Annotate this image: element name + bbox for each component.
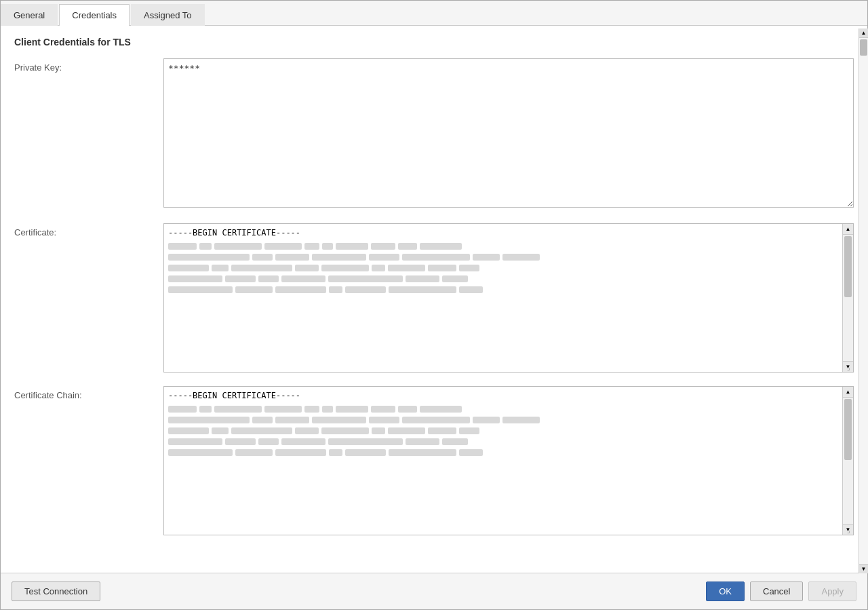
tab-assigned-to[interactable]: Assigned To <box>131 4 205 26</box>
redacted-chunk <box>388 427 425 434</box>
certificate-content[interactable]: -----BEGIN CERTIFICATE----- <box>164 224 842 372</box>
cert-chain-scroll-up-arrow[interactable]: ▲ <box>843 387 853 398</box>
redacted-chunk <box>321 265 369 271</box>
redacted-chunk <box>275 286 326 293</box>
redacted-chunk <box>428 265 456 271</box>
redacted-chunk <box>428 427 456 434</box>
footer-left: Test Connection <box>12 582 100 601</box>
redacted-chunk <box>212 427 229 434</box>
redacted-chunk <box>372 265 385 271</box>
certificate-chain-resize-handle[interactable]: ⌟ <box>844 525 853 535</box>
redacted-chunk <box>168 243 197 250</box>
test-connection-button[interactable]: Test Connection <box>12 582 100 601</box>
redacted-row-3 <box>168 265 838 271</box>
redacted-chunk <box>258 275 279 282</box>
redacted-chunk <box>371 406 395 413</box>
redacted-chunk <box>420 243 462 250</box>
cert-header: -----BEGIN CERTIFICATE----- <box>168 228 838 237</box>
redacted-chunk <box>459 427 479 434</box>
redacted-chunk <box>502 417 540 423</box>
redacted-chunk <box>369 417 399 423</box>
redacted-chunk <box>398 406 417 413</box>
cert-scroll-up-arrow[interactable]: ▲ <box>843 224 853 235</box>
redacted-chunk <box>168 286 233 293</box>
redacted-chunk <box>304 243 319 250</box>
redacted-chunk <box>398 243 417 250</box>
redacted-chunk <box>168 417 250 423</box>
certificate-chain-redacted <box>168 403 838 459</box>
redacted-chunk <box>345 449 386 456</box>
redacted-chunk <box>168 254 250 261</box>
ok-button[interactable]: OK <box>706 582 745 601</box>
redacted-chunk <box>322 243 333 250</box>
redacted-chunk <box>328 438 403 445</box>
redacted-chunk <box>168 438 222 445</box>
redacted-chunk <box>275 254 309 261</box>
redacted-chain-row-2 <box>168 417 838 423</box>
redacted-chunk <box>406 438 439 445</box>
redacted-chunk <box>336 243 368 250</box>
redacted-chunk <box>275 449 326 456</box>
redacted-chunk <box>372 427 385 434</box>
certificate-row: Certificate: -----BEGIN CERTIFICATE----- <box>14 223 854 373</box>
redacted-row-2 <box>168 254 838 261</box>
redacted-chunk <box>264 406 302 413</box>
certificate-label: Certificate: <box>14 223 163 237</box>
redacted-chunk <box>235 286 273 293</box>
redacted-chunk <box>473 254 500 261</box>
tab-general[interactable]: General <box>1 4 58 26</box>
private-key-textarea[interactable]: ****** <box>163 58 854 208</box>
redacted-chunk <box>388 265 425 271</box>
certificate-chain-field: -----BEGIN CERTIFICATE----- <box>163 386 854 535</box>
private-key-row: Private Key: ****** <box>14 58 854 210</box>
private-key-field: ****** <box>163 58 854 210</box>
redacted-chunk <box>473 417 500 423</box>
redacted-chunk <box>369 254 399 261</box>
certificate-scrollbar: ▲ ▼ <box>842 224 853 372</box>
redacted-chunk <box>312 417 366 423</box>
dialog-scrollbar: ▲ ▼ <box>859 28 868 573</box>
certificate-chain-content[interactable]: -----BEGIN CERTIFICATE----- <box>164 387 842 535</box>
certificate-wrapper: -----BEGIN CERTIFICATE----- <box>163 223 854 373</box>
cert-scroll-thumb[interactable] <box>844 236 852 297</box>
redacted-chunk <box>459 265 479 271</box>
redacted-chunk <box>295 427 319 434</box>
certificate-resize-handle[interactable]: ⌟ <box>844 362 853 372</box>
dialog-scroll-up[interactable]: ▲ <box>859 28 868 38</box>
redacted-chunk <box>295 265 319 271</box>
redacted-chunk <box>442 275 468 282</box>
redacted-chunk <box>258 438 279 445</box>
redacted-chunk <box>225 275 256 282</box>
redacted-chunk <box>336 406 368 413</box>
tab-bar: General Credentials Assigned To <box>1 1 867 26</box>
redacted-chunk <box>402 254 470 261</box>
redacted-chunk <box>199 243 212 250</box>
footer-right: OK Cancel Apply <box>706 582 856 601</box>
cancel-button[interactable]: Cancel <box>750 582 803 601</box>
cert-chain-header: -----BEGIN CERTIFICATE----- <box>168 391 838 400</box>
redacted-chunk <box>329 449 342 456</box>
redacted-chunk <box>345 286 386 293</box>
redacted-chunk <box>329 286 342 293</box>
redacted-chunk <box>235 449 273 456</box>
dialog-scroll-down[interactable]: ▼ <box>859 564 868 573</box>
main-content: Client Credentials for TLS Private Key: … <box>1 26 867 573</box>
redacted-row-5 <box>168 286 838 293</box>
redacted-chunk <box>459 286 483 293</box>
footer: Test Connection OK Cancel Apply <box>1 573 867 609</box>
redacted-chunk <box>252 254 273 261</box>
redacted-chunk <box>442 438 468 445</box>
redacted-chunk <box>199 406 212 413</box>
redacted-chunk <box>459 449 483 456</box>
redacted-chunk <box>402 417 470 423</box>
redacted-chunk <box>389 449 456 456</box>
dialog-scroll-thumb[interactable] <box>860 39 867 56</box>
certificate-redacted <box>168 240 838 296</box>
cert-chain-scroll-thumb[interactable] <box>844 399 852 460</box>
certificate-chain-scrollbar: ▲ ▼ <box>842 387 853 535</box>
certificate-field: -----BEGIN CERTIFICATE----- <box>163 223 854 373</box>
tab-credentials[interactable]: Credentials <box>59 4 130 26</box>
apply-button[interactable]: Apply <box>808 582 856 601</box>
redacted-row-4 <box>168 275 838 282</box>
certificate-chain-row: Certificate Chain: -----BEGIN CERTIFICAT… <box>14 386 854 535</box>
